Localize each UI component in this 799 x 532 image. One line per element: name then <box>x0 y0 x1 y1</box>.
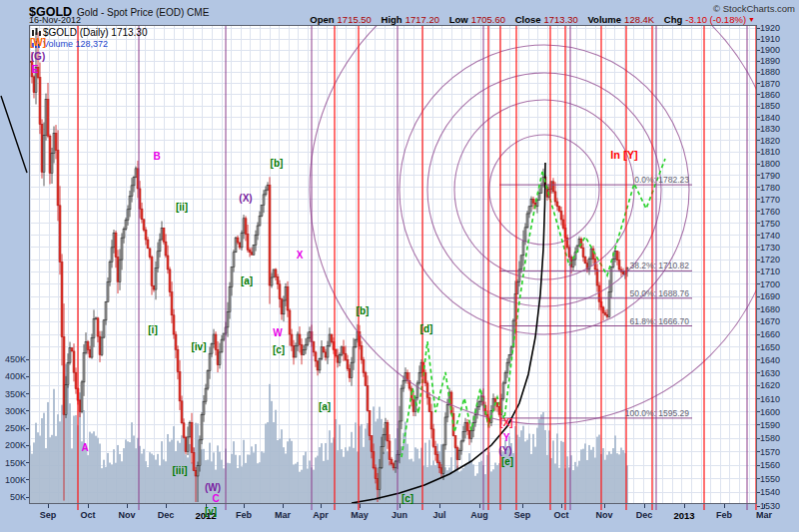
price-axis-tick: 1760 <box>760 207 780 217</box>
month-axis-tick: Oct <box>73 510 103 520</box>
wave-label: ln [Y] <box>610 149 638 161</box>
price-axis-tick: 1800 <box>760 159 780 169</box>
price-axis-tick: 1830 <box>760 124 780 134</box>
month-axis-tick: Oct <box>546 510 576 520</box>
price-axis-tick: 1740 <box>760 231 780 241</box>
price-axis-tick: 1670 <box>760 316 780 326</box>
volume-axis-tick: 200K <box>0 440 26 450</box>
open-label: Open <box>310 14 334 25</box>
month-axis-tick: 2013 <box>669 510 699 521</box>
price-axis-tick: 1700 <box>760 279 780 289</box>
price-axis-tick: 1710 <box>760 266 780 276</box>
wave-label: B <box>153 151 160 162</box>
wave-label: [c] <box>401 493 413 504</box>
price-axis-tick: 1840 <box>760 113 780 123</box>
wave-label: A <box>81 442 88 453</box>
high-label: High <box>382 14 402 25</box>
price-axis-tick: 1640 <box>760 355 780 365</box>
month-axis-tick: Mar <box>749 510 779 520</box>
month-axis-tick: Sep <box>507 510 537 520</box>
chg-label: Chg <box>664 14 682 25</box>
price-axis-tick: 1620 <box>760 380 780 390</box>
month-axis-tick: Dec <box>151 510 181 520</box>
quote-date: 16-Nov-2012 <box>29 15 81 25</box>
wave-label: [a] <box>319 401 331 412</box>
wave-label: [v] <box>205 506 217 517</box>
fib-level-label: 100.0%: 1595.29 <box>559 408 689 418</box>
volume-axis-tick: 350K <box>0 389 26 399</box>
price-axis-tick: 1790 <box>760 171 780 181</box>
price-axis-tick: 1860 <box>760 90 780 100</box>
volume-label: Volume <box>587 14 621 25</box>
volume-axis-tick: 450K <box>0 354 26 364</box>
volume-axis-tick: 150K <box>0 458 26 468</box>
wave-label: [ii] <box>176 202 188 213</box>
stockcharts-gold-chart: $GOLDGold - Spot Price (EOD) CME © Stock… <box>0 0 799 532</box>
price-axis-tick: 1770 <box>760 195 780 205</box>
wave-label: [iii] <box>173 465 188 476</box>
chg-value: -3.10 (-0.18%) <box>685 14 746 25</box>
volume-value: 128.4K <box>624 14 654 25</box>
volume-axis-tick: 250K <box>0 423 26 433</box>
low-label: Low <box>449 14 468 25</box>
price-axis-tick: 1890 <box>760 56 780 66</box>
month-axis-tick: Jun <box>385 510 414 520</box>
wave-label: [b] <box>271 158 284 169</box>
volume-axis-tick: 400K <box>0 371 26 381</box>
month-axis-tick: Mar <box>268 510 298 520</box>
down-arrow-icon: ▼ <box>748 16 755 23</box>
wave-label: [c] <box>273 344 285 355</box>
fib-level-label: 0.0%: 1782.23 <box>559 175 689 185</box>
month-axis-tick: Jul <box>424 510 454 520</box>
wave-label: [b] <box>357 305 370 316</box>
volume-legend: Volume 128,372 <box>43 39 108 49</box>
price-axis-tick: 1920 <box>760 23 780 33</box>
main-legend: $GOLD (Daily) 1713.30 <box>43 27 148 38</box>
symbol-description: Gold - Spot Price (EOD) CME <box>77 7 209 18</box>
fib-level-label: 38.2%: 1710.82 <box>559 261 689 270</box>
price-axis-tick: 1820 <box>760 136 780 146</box>
month-axis-tick: Nov <box>589 510 619 520</box>
close-label: Close <box>515 14 541 25</box>
price-axis-tick: 1690 <box>760 291 780 301</box>
wave-label: [a] <box>241 275 253 286</box>
wave-label: X <box>297 250 304 261</box>
wave-label: [i] <box>148 324 157 335</box>
wave-label: [d] <box>420 323 433 334</box>
wave-label: (Y) <box>498 445 511 456</box>
wave-label: [iv] <box>192 341 207 352</box>
price-axis-tick: 1730 <box>760 243 780 253</box>
price-axis-tick: 1720 <box>760 255 780 265</box>
low-value: 1705.60 <box>471 14 505 25</box>
volume-axis-tick: 50K <box>0 492 26 502</box>
price-axis-tick: 1850 <box>760 101 780 111</box>
volume-axis-tick: 100K <box>0 475 26 485</box>
month-axis-tick: Aug <box>464 510 494 520</box>
month-axis-tick: Feb <box>229 510 259 520</box>
wave-label: E <box>32 64 39 75</box>
price-axis-tick: 1900 <box>760 45 780 55</box>
price-axis-tick: 1540 <box>760 487 780 497</box>
month-axis-tick: Sep <box>33 510 63 520</box>
price-axis-tick: 1630 <box>760 368 780 378</box>
fib-level-label: 61.8%: 1666.70 <box>559 316 689 326</box>
wave-label: (W) <box>205 482 221 493</box>
month-axis-tick: Dec <box>629 510 659 520</box>
price-axis-tick: 1610 <box>760 394 780 404</box>
wave-label: [W] <box>30 37 46 48</box>
wave-label: Y <box>503 432 510 443</box>
wave-label: [e] <box>501 456 513 467</box>
price-axis-tick: 1870 <box>760 79 780 89</box>
price-axis-tick: 1660 <box>760 329 780 339</box>
wave-label: C <box>212 493 219 504</box>
wave-label: W <box>273 327 282 338</box>
month-axis-tick: Feb <box>709 510 739 520</box>
wave-label: (G) <box>31 51 45 62</box>
price-axis-tick: 1560 <box>760 460 780 470</box>
close-value: 1713.30 <box>544 14 578 25</box>
quote-bar: Open1715.50 High1717.20 Low1705.60 Close… <box>303 14 755 25</box>
price-axis-tick: 1750 <box>760 219 780 229</box>
high-value: 1717.20 <box>405 14 439 25</box>
month-axis-tick: Apr <box>306 510 336 520</box>
price-axis-tick: 1590 <box>760 420 780 430</box>
